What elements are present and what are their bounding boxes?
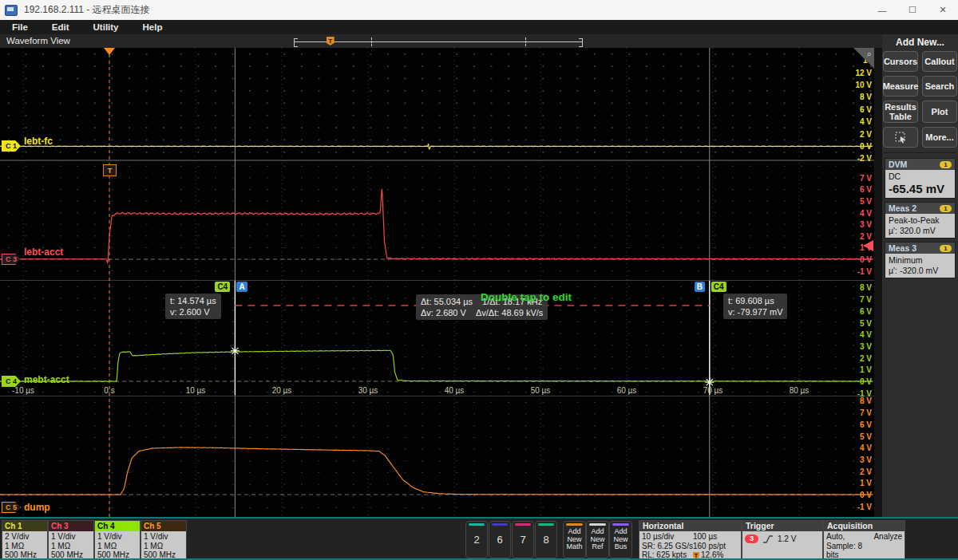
waveform-label-dump[interactable]: dump bbox=[24, 502, 50, 513]
waveform-lebt-fc[interactable] bbox=[0, 144, 873, 149]
cursor-a-marker[interactable] bbox=[231, 346, 240, 355]
acquisition-value bbox=[871, 542, 902, 560]
button-plot[interactable]: Plot bbox=[922, 101, 957, 123]
channel-setting: 1 MΩ bbox=[97, 542, 140, 551]
acquisition-overview-timeline[interactable]: T bbox=[294, 37, 583, 46]
horizontal-panel[interactable]: Horizontal 10 µs/div100 µsSR: 6.25 GS/s1… bbox=[639, 520, 742, 560]
zoom-corner-control[interactable]: ⌕ bbox=[853, 48, 874, 69]
waveform-dump[interactable] bbox=[0, 448, 873, 495]
channel-setting: 1 MΩ bbox=[51, 542, 93, 551]
x-tick: 20 µs bbox=[264, 386, 299, 395]
x-tick: 10 µs bbox=[178, 386, 213, 395]
card-line2: µ': -320.0 mV bbox=[889, 266, 952, 276]
waveform-mebt-acct[interactable] bbox=[0, 350, 873, 381]
y-tick-c5: 6 V bbox=[845, 420, 872, 429]
trigger-position-marker[interactable] bbox=[104, 48, 115, 55]
channel-button-7[interactable]: 7 bbox=[512, 521, 534, 558]
channel-color-stripe bbox=[492, 523, 508, 526]
button-results-table[interactable]: Results Table bbox=[883, 101, 918, 123]
trigger-level-arrow[interactable] bbox=[863, 240, 873, 251]
button-search[interactable]: Search bbox=[922, 76, 957, 97]
cursor-b-badge[interactable]: B bbox=[695, 282, 705, 292]
add-color-stripe bbox=[566, 523, 583, 526]
acquisition-panel[interactable]: Acquisition Auto,AnalyzeSample: 8 bits21… bbox=[823, 520, 905, 560]
trigger-panel[interactable]: Trigger 3 1.2 V bbox=[742, 520, 823, 560]
y-tick-c4: 7 V bbox=[845, 295, 872, 304]
button-more---[interactable]: More... bbox=[922, 127, 957, 148]
cursor-b-readout[interactable]: t: 69.608 µsv: -79.977 mV bbox=[723, 294, 787, 319]
zoom-select-icon[interactable] bbox=[883, 127, 918, 148]
card-source-badge: 1 bbox=[940, 205, 952, 212]
add-new-bus-button[interactable]: AddNewBus bbox=[609, 521, 632, 558]
add-new-ref-button[interactable]: AddNewRef bbox=[586, 521, 609, 558]
waveform-lebt-acct[interactable] bbox=[0, 189, 873, 263]
minimize-icon[interactable]: — bbox=[867, 0, 897, 20]
add-new-math-button[interactable]: AddNewMath bbox=[563, 521, 586, 558]
result-card-meas2[interactable]: Meas 21Peak-to-Peakµ': 320.0 mV bbox=[885, 202, 956, 239]
overview-trigger-marker[interactable]: T bbox=[327, 37, 335, 45]
channel-button-8[interactable]: 8 bbox=[535, 521, 557, 558]
y-tick-c3: 7 V bbox=[845, 174, 872, 183]
y-tick-c5: 3 V bbox=[845, 455, 872, 464]
waveform-label-lebt-acct[interactable]: lebt-acct bbox=[24, 246, 63, 258]
y-tick-c5: 5 V bbox=[845, 432, 872, 441]
cursor-b-time: t: 69.608 µs bbox=[728, 295, 782, 306]
button-measure[interactable]: Measure bbox=[883, 76, 918, 97]
y-tick-c5: 7 V bbox=[845, 408, 872, 417]
add-new-title: Add New... bbox=[882, 37, 958, 48]
y-tick-c1: 8 V bbox=[845, 93, 872, 101]
trigger-source-marker[interactable]: T bbox=[103, 164, 117, 176]
channel-card-ch1[interactable]: Ch 12 V/div1 MΩ500 MHz bbox=[2, 520, 48, 560]
waveform-label-lebt-fc[interactable]: lebt-fc bbox=[24, 136, 53, 147]
menu-edit[interactable]: Edit bbox=[40, 22, 81, 32]
cursor-a-badge[interactable]: A bbox=[236, 282, 247, 292]
channel-button-2[interactable]: 2 bbox=[465, 521, 488, 558]
menu-file[interactable]: File bbox=[0, 22, 40, 32]
y-tick-c4: 6 V bbox=[845, 307, 872, 316]
cursor-a-source-badge[interactable]: C4 bbox=[215, 282, 230, 292]
channel-setting: 500 MHz bbox=[144, 550, 186, 560]
channel-button-6[interactable]: 6 bbox=[489, 521, 511, 558]
overview-cursor-a-mark bbox=[371, 37, 373, 46]
tab-waveform-view[interactable]: Waveform View bbox=[6, 36, 70, 45]
channel-card-ch4[interactable]: Ch 41 V/div1 MΩ500 MHz bbox=[94, 520, 141, 560]
waveform-label-mebt-acct[interactable]: mebt-acct bbox=[24, 374, 69, 385]
waveform-plot[interactable]: 1412 V10 V8 V6 V4 V2 V0 V-2 VC 1lebt-fc7… bbox=[0, 48, 882, 517]
y-tick-c4: 3 V bbox=[845, 342, 872, 351]
result-card-dvm[interactable]: DVM1DC-65.45 mV bbox=[885, 158, 956, 199]
horizontal-value: T12.6% bbox=[693, 550, 738, 560]
maximize-icon[interactable]: ☐ bbox=[897, 0, 928, 20]
y-tick-c1: 10 V bbox=[845, 81, 872, 89]
callout-edit-hint[interactable]: Double tap to edit bbox=[481, 291, 572, 303]
channel-card-title: Ch 1 bbox=[2, 521, 47, 531]
menu-utility[interactable]: Utility bbox=[81, 22, 131, 32]
button-cursors[interactable]: Cursors bbox=[883, 51, 918, 72]
overview-cursor-b-mark bbox=[525, 37, 527, 46]
y-tick-c3: 0 V bbox=[845, 255, 872, 264]
y-tick-c5: -1 V bbox=[845, 503, 872, 511]
menu-help[interactable]: Help bbox=[131, 22, 175, 32]
oscilloscope-remote-desktop: 192.168.2.111 - 远程桌面连接 — ☐ ✕ FileEditUti… bbox=[0, 0, 958, 560]
x-tick: 60 µs bbox=[609, 386, 644, 395]
x-tick: 30 µs bbox=[350, 386, 386, 395]
cursor-a-value: v: 2.600 V bbox=[170, 306, 216, 317]
cursor-b-source-badge[interactable]: C4 bbox=[711, 282, 726, 292]
cursor-a-time: t: 14.574 µs bbox=[170, 295, 216, 306]
close-icon[interactable]: ✕ bbox=[928, 0, 958, 20]
trigger-panel-title: Trigger bbox=[742, 521, 822, 531]
rising-edge-icon bbox=[762, 534, 774, 544]
y-tick-c1: 0 V bbox=[845, 142, 872, 151]
cursor-a-readout[interactable]: t: 14.574 µsv: 2.600 V bbox=[165, 294, 221, 319]
button-callout[interactable]: Callout bbox=[922, 51, 957, 72]
result-card-meas3[interactable]: Meas 31Minimumµ': -320.0 mV bbox=[885, 242, 956, 278]
waveform-canvas bbox=[0, 48, 874, 517]
y-tick-c3: -1 V bbox=[845, 267, 872, 276]
horizontal-value: RL: 625 kpts bbox=[642, 550, 693, 560]
channel-card-ch3[interactable]: Ch 31 V/div1 MΩ500 MHz bbox=[48, 520, 94, 560]
channel-card-ch5[interactable]: Ch 51 V/div1 MΩ500 MHz bbox=[141, 520, 187, 560]
x-tick: 40 µs bbox=[437, 386, 472, 395]
y-tick-c5: 8 V bbox=[845, 396, 872, 405]
x-tick: 70 µs bbox=[695, 386, 730, 395]
horizontal-value: 10 µs/div bbox=[642, 532, 693, 542]
x-tick: -10 µs bbox=[6, 386, 41, 395]
